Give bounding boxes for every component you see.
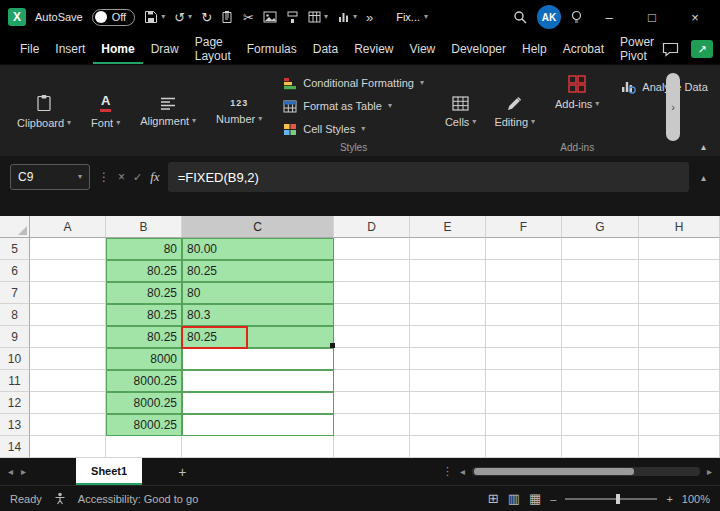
toolbar-overflow-icon[interactable]: »: [366, 11, 373, 24]
page-layout-view-button[interactable]: ▥: [508, 491, 520, 506]
column-header-d[interactable]: D: [334, 216, 410, 238]
cell-h10[interactable]: [639, 348, 720, 370]
zoom-out-button[interactable]: –: [550, 493, 556, 505]
menu-formulas[interactable]: Formulas: [239, 34, 305, 64]
enter-button[interactable]: ✓: [133, 171, 142, 184]
cell-g9[interactable]: [562, 326, 639, 348]
formula-input[interactable]: =FIXED(B9,2): [168, 162, 689, 192]
cell-f8[interactable]: [486, 304, 562, 326]
table-tool-button[interactable]: ▾: [308, 11, 328, 23]
column-header-c[interactable]: C: [182, 216, 334, 238]
cell-e7[interactable]: [410, 282, 486, 304]
zoom-slider-thumb[interactable]: [616, 494, 620, 504]
conditional-formatting-button[interactable]: Conditional Formatting ▾: [283, 73, 424, 93]
autosave-toggle[interactable]: Off: [92, 9, 135, 26]
column-header-b[interactable]: B: [106, 216, 182, 238]
scroll-right-icon[interactable]: ▸: [707, 466, 712, 477]
accessibility-status[interactable]: Accessibility: Good to go: [78, 493, 198, 505]
format-as-table-button[interactable]: Format as Table ▾: [283, 96, 424, 116]
cell-b11[interactable]: 8000.25: [106, 370, 182, 392]
ribbon-scrollbar[interactable]: ›: [666, 73, 680, 141]
menu-data[interactable]: Data: [305, 34, 346, 64]
document-title[interactable]: Fix... ▾: [396, 11, 428, 23]
cell-a14[interactable]: [30, 436, 106, 458]
cell-a5[interactable]: [30, 238, 106, 260]
cell-h7[interactable]: [639, 282, 720, 304]
cell-c8[interactable]: 80.3: [182, 304, 334, 326]
cell-d13[interactable]: [334, 414, 410, 436]
cell-e8[interactable]: [410, 304, 486, 326]
cell-c6[interactable]: 80.25: [182, 260, 334, 282]
cell-g13[interactable]: [562, 414, 639, 436]
cell-a8[interactable]: [30, 304, 106, 326]
cell-c5[interactable]: 80.00: [182, 238, 334, 260]
zoom-in-button[interactable]: +: [666, 493, 672, 505]
save-button[interactable]: ▾: [144, 10, 165, 24]
cell-f6[interactable]: [486, 260, 562, 282]
lightbulb-icon[interactable]: [570, 10, 583, 25]
font-group-button[interactable]: A Font▾: [82, 67, 129, 156]
collapse-ribbon-button[interactable]: ▴: [701, 141, 706, 152]
row-header-5[interactable]: 5: [0, 238, 30, 260]
cell-g6[interactable]: [562, 260, 639, 282]
redo-icon[interactable]: ↻: [201, 11, 212, 24]
row-header-9[interactable]: 9: [0, 326, 30, 348]
cell-a6[interactable]: [30, 260, 106, 282]
cell-e10[interactable]: [410, 348, 486, 370]
number-group-button[interactable]: 123 Number▾: [207, 67, 271, 156]
cell-h14[interactable]: [639, 436, 720, 458]
cell-e11[interactable]: [410, 370, 486, 392]
menu-acrobat[interactable]: Acrobat: [555, 34, 612, 64]
menu-power-pivot[interactable]: Power Pivot: [612, 34, 662, 64]
cell-a11[interactable]: [30, 370, 106, 392]
cell-d6[interactable]: [334, 260, 410, 282]
menu-page-layout[interactable]: Page Layout: [187, 34, 239, 64]
cell-c7[interactable]: 80: [182, 282, 334, 304]
select-all-button[interactable]: [0, 216, 30, 238]
analyze-data-button[interactable]: Analyze Data: [620, 79, 707, 94]
cell-b12[interactable]: 8000.25: [106, 392, 182, 414]
cell-d12[interactable]: [334, 392, 410, 414]
cell-b5[interactable]: 80: [106, 238, 182, 260]
cell-a10[interactable]: [30, 348, 106, 370]
cell-f9[interactable]: [486, 326, 562, 348]
zoom-slider[interactable]: [565, 498, 657, 500]
cell-a12[interactable]: [30, 392, 106, 414]
scroll-left-icon[interactable]: ◂: [460, 466, 465, 477]
cell-a7[interactable]: [30, 282, 106, 304]
cell-d10[interactable]: [334, 348, 410, 370]
cell-e14[interactable]: [410, 436, 486, 458]
column-header-f[interactable]: F: [486, 216, 562, 238]
row-header-7[interactable]: 7: [0, 282, 30, 304]
cell-h12[interactable]: [639, 392, 720, 414]
cell-f7[interactable]: [486, 282, 562, 304]
format-painter-icon[interactable]: [286, 11, 299, 24]
row-header-13[interactable]: 13: [0, 414, 30, 436]
zoom-level[interactable]: 100%: [682, 493, 710, 505]
cell-f12[interactable]: [486, 392, 562, 414]
cell-f14[interactable]: [486, 436, 562, 458]
cell-e12[interactable]: [410, 392, 486, 414]
cell-h11[interactable]: [639, 370, 720, 392]
cell-f11[interactable]: [486, 370, 562, 392]
cell-c12[interactable]: [182, 392, 334, 414]
cell-d11[interactable]: [334, 370, 410, 392]
previous-sheet-icon[interactable]: ◂: [8, 466, 13, 477]
close-button[interactable]: ×: [678, 10, 712, 25]
column-header-h[interactable]: H: [639, 216, 720, 238]
cell-d8[interactable]: [334, 304, 410, 326]
cell-h8[interactable]: [639, 304, 720, 326]
row-header-10[interactable]: 10: [0, 348, 30, 370]
menu-draw[interactable]: Draw: [143, 34, 187, 64]
sheet-tab-sheet1[interactable]: Sheet1: [76, 458, 142, 485]
cell-b7[interactable]: 80.25: [106, 282, 182, 304]
cell-a9[interactable]: [30, 326, 106, 348]
cell-c11[interactable]: [182, 370, 334, 392]
menu-file[interactable]: File: [12, 34, 47, 64]
comments-icon[interactable]: [662, 42, 679, 57]
cell-e9[interactable]: [410, 326, 486, 348]
excel-app-icon[interactable]: X: [8, 8, 26, 26]
cell-f10[interactable]: [486, 348, 562, 370]
cell-b9[interactable]: 80.25: [106, 326, 182, 348]
cell-f5[interactable]: [486, 238, 562, 260]
